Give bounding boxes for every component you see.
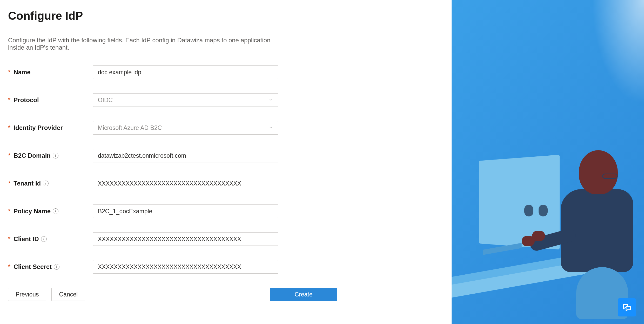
page-title: Configure IdP [8,9,278,22]
form-row-name: * Name [8,65,278,79]
tenant-id-input[interactable] [93,177,278,190]
required-asterisk: * [8,152,10,159]
info-icon[interactable]: i [43,181,49,186]
create-button[interactable]: Create [270,288,337,301]
illustration-person-head [579,150,618,194]
cancel-button[interactable]: Cancel [51,288,85,301]
required-asterisk: * [8,96,10,104]
info-icon[interactable]: i [41,236,47,242]
form-row-protocol: * Protocol OIDC [8,93,278,107]
client-secret-label: * Client Secret i [8,263,93,270]
previous-button[interactable]: Previous [8,288,46,301]
policy-name-input[interactable] [93,204,278,218]
illustration-person-hand [522,236,535,246]
illustration-glasses [602,174,618,179]
required-asterisk: * [8,263,10,270]
required-asterisk: * [8,124,10,131]
button-row: Previous Cancel Create [8,288,337,301]
client-id-label: * Client ID i [8,235,93,243]
chevron-down-icon [269,97,273,104]
required-asterisk: * [8,208,10,215]
protocol-label: * Protocol [8,96,93,104]
illustration-headphones [524,205,548,220]
info-icon[interactable]: i [53,208,58,214]
form-row-tenant-id: * Tenant Id i [8,177,278,190]
name-input[interactable] [93,65,278,79]
chat-icon [622,303,632,312]
main-form-panel: Configure IdP Configure the IdP with the… [0,0,286,310]
form-row-policy-name: * Policy Name i [8,204,278,218]
b2c-domain-label: * B2C Domain i [8,152,93,159]
illustration-panel [452,0,644,324]
form-row-client-secret: * Client Secret i [8,260,278,274]
chat-button[interactable] [618,298,636,316]
client-secret-input[interactable] [93,260,278,274]
policy-name-label: * Policy Name i [8,208,93,215]
info-icon[interactable]: i [53,153,58,158]
form-row-client-id: * Client ID i [8,232,278,246]
protocol-select[interactable]: OIDC [93,93,278,107]
form-row-identity-provider: * Identity Provider Microsoft Azure AD B… [8,121,278,135]
required-asterisk: * [8,180,10,187]
form-row-b2c-domain: * B2C Domain i [8,149,278,162]
required-asterisk: * [8,235,10,243]
chevron-down-icon [269,124,273,131]
identity-provider-label: * Identity Provider [8,124,93,131]
identity-provider-select[interactable]: Microsoft Azure AD B2C [93,121,278,135]
client-id-input[interactable] [93,232,278,246]
name-label: * Name [8,69,93,76]
required-asterisk: * [8,69,10,76]
page-description: Configure the IdP with the following fie… [8,37,278,51]
info-icon[interactable]: i [54,264,59,270]
b2c-domain-input[interactable] [93,149,278,162]
illustration-content [452,81,644,324]
tenant-id-label: * Tenant Id i [8,180,93,187]
